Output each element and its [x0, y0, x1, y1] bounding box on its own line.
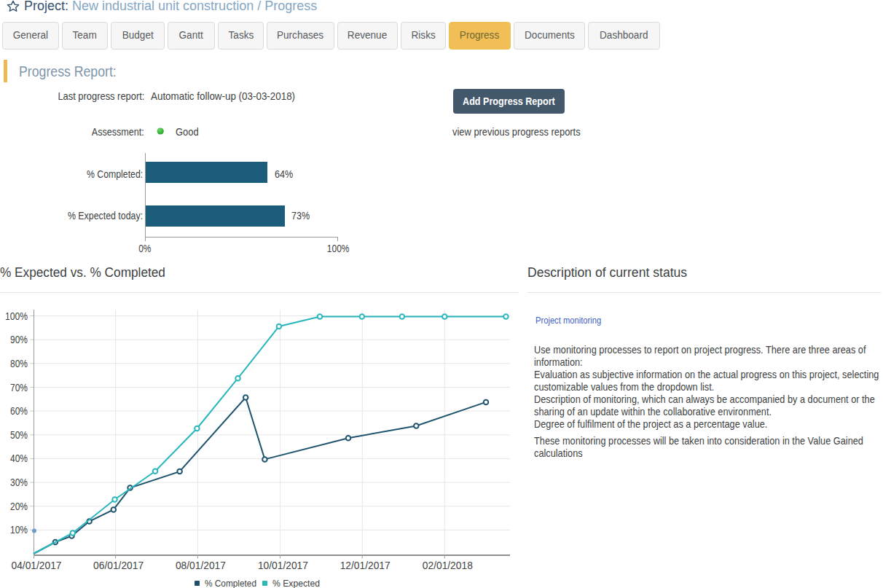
svg-text:60%: 60%	[10, 404, 28, 417]
svg-text:10/01/2017: 10/01/2017	[258, 559, 308, 571]
svg-text:70%: 70%	[10, 381, 28, 393]
svg-text:02/01/2018: 02/01/2018	[423, 559, 473, 571]
svg-text:20%: 20%	[10, 500, 28, 512]
svg-text:04/01/2017: 04/01/2017	[12, 559, 62, 571]
svg-text:06/01/2017: 06/01/2017	[93, 559, 144, 571]
svg-text:90%: 90%	[10, 333, 28, 345]
svg-text:12/01/2017: 12/01/2017	[340, 559, 391, 571]
svg-text:40%: 40%	[10, 452, 28, 464]
svg-text:30%: 30%	[10, 476, 28, 488]
svg-text:% Expected: % Expected	[272, 578, 320, 588]
svg-text:100%: 100%	[5, 310, 28, 322]
svg-text:08/01/2017: 08/01/2017	[176, 559, 226, 571]
svg-text:10%: 10%	[10, 523, 28, 536]
svg-text:50%: 50%	[10, 428, 28, 441]
svg-text:% Completed: % Completed	[205, 578, 256, 588]
svg-text:80%: 80%	[10, 357, 28, 369]
